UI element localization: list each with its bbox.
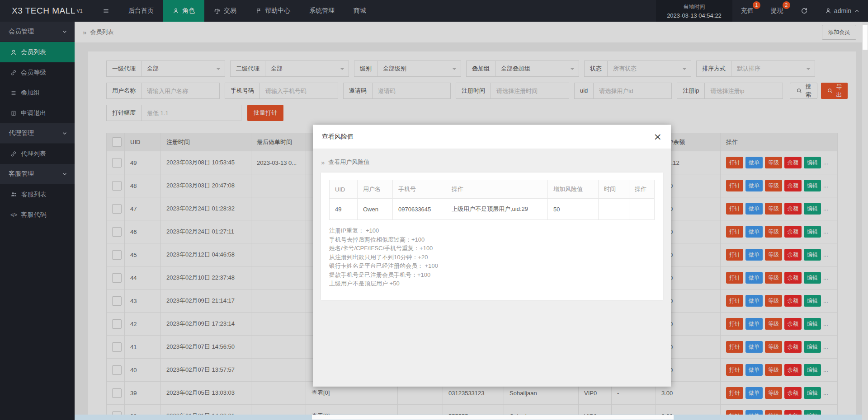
- risk-rule: 上级用户不是顶层用户 +50: [329, 279, 655, 288]
- risk-rule: 提款手机号是已注册会员手机号：+100: [329, 271, 655, 280]
- risk-username: Owen: [358, 199, 393, 220]
- risk-rule: 手机号去掉后两位相似度过高：+100: [329, 235, 655, 244]
- risk-modal: 查看风险值 × » 查看用户风险值 UID 用户名 手机号 操作 增加风险值 时…: [313, 125, 671, 387]
- horizontal-scrollbar-thumb[interactable]: [312, 415, 674, 420]
- risk-table-header-row: UID 用户名 手机号 操作 增加风险值 时间 操作: [330, 180, 655, 199]
- vertical-scrollbar-thumb[interactable]: [863, 25, 868, 50]
- risk-time: [599, 199, 629, 220]
- risk-table: UID 用户名 手机号 操作 增加风险值 时间 操作 49 Owen 09706…: [329, 180, 655, 220]
- vertical-scrollbar: [862, 22, 868, 420]
- close-icon[interactable]: ×: [654, 132, 662, 141]
- horizontal-scrollbar: [75, 415, 862, 420]
- risk-rule: 从注册到出款只用了不到10分钟：+20: [329, 253, 655, 262]
- risk-table-row: 49 Owen 0970633645 上级用户不是顶层用户,uid:29 50: [330, 199, 655, 220]
- double-chevron-icon: »: [321, 159, 325, 166]
- risk-rule: 注册IP重复： +100: [329, 226, 655, 235]
- risk-rule: 银行卡姓名是平台已经注册的会员： +100: [329, 261, 655, 271]
- risk-phone: 0970633645: [393, 199, 446, 220]
- modal-header: 查看风险值 ×: [313, 125, 671, 149]
- risk-op: 上级用户不是顶层用户,uid:29: [446, 199, 548, 220]
- risk-rules: 注册IP重复： +100 手机号去掉后两位相似度过高：+100 姓名/卡号/CP…: [329, 226, 655, 288]
- risk-rule: 姓名/卡号/CPF/IFSC/手机号重复：+100: [329, 244, 655, 253]
- modal-breadcrumb: » 查看用户风险值: [313, 149, 671, 173]
- modal-title: 查看风险值: [322, 133, 354, 141]
- risk-op2: [629, 199, 655, 220]
- risk-value: 50: [548, 199, 599, 220]
- modal-panel: UID 用户名 手机号 操作 增加风险值 时间 操作 49 Owen 09706…: [321, 173, 663, 300]
- risk-uid: 49: [330, 199, 358, 220]
